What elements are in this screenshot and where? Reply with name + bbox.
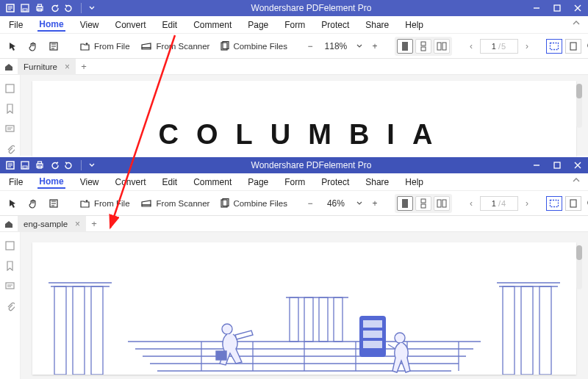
home-tab-icon[interactable] <box>0 62 18 72</box>
save-icon[interactable] <box>19 2 31 14</box>
quick-tools-dropdown-icon[interactable] <box>87 159 96 171</box>
close-tab-icon[interactable]: × <box>75 219 80 229</box>
from-scanner-button[interactable]: From Scanner <box>137 195 213 212</box>
next-page-icon[interactable]: › <box>523 198 531 209</box>
thumbnails-panel-icon[interactable] <box>4 239 16 251</box>
combine-files-button[interactable]: Combine Files <box>217 195 290 212</box>
attachments-panel-icon[interactable] <box>4 144 16 156</box>
zoom-dropdown-icon[interactable] <box>356 43 365 49</box>
menu-page[interactable]: Page <box>246 176 270 189</box>
from-file-button[interactable]: From File <box>76 37 133 55</box>
facing-page-icon[interactable] <box>434 39 450 54</box>
fit-width-icon[interactable] <box>546 39 562 54</box>
close-button[interactable] <box>567 157 588 173</box>
menubar: File Home View Convert Edit Comment Page… <box>0 173 588 191</box>
menu-home[interactable]: Home <box>37 18 65 32</box>
menu-help[interactable]: Help <box>404 176 425 189</box>
menu-view[interactable]: View <box>79 18 101 32</box>
fit-page-icon[interactable] <box>565 39 581 54</box>
zoom-in-button[interactable]: + <box>370 41 380 51</box>
print-icon[interactable] <box>34 2 46 14</box>
menu-page[interactable]: Page <box>246 18 270 32</box>
maximize-button[interactable] <box>547 0 567 16</box>
canvas[interactable] <box>21 232 588 379</box>
menu-help[interactable]: Help <box>404 18 425 32</box>
continuous-page-icon[interactable] <box>415 196 431 211</box>
hand-tool-icon[interactable] <box>25 195 41 212</box>
maximize-button[interactable] <box>547 157 567 173</box>
menu-edit[interactable]: Edit <box>161 18 179 32</box>
prev-page-icon[interactable]: ‹ <box>467 41 476 51</box>
document-tab[interactable]: eng-sample × <box>18 216 86 232</box>
menu-comment[interactable]: Comment <box>192 176 233 189</box>
print-icon[interactable] <box>34 159 46 171</box>
menu-comment[interactable]: Comment <box>192 18 233 32</box>
menu-share[interactable]: Share <box>364 176 390 189</box>
menu-file[interactable]: File <box>7 18 24 32</box>
single-page-icon[interactable] <box>397 196 413 211</box>
select-tool-icon[interactable] <box>4 37 21 55</box>
bookmarks-panel-icon[interactable] <box>4 103 16 115</box>
scrollbar[interactable] <box>576 84 582 128</box>
hand-tool-icon[interactable] <box>25 37 41 55</box>
page-field[interactable]: 1/4 <box>480 196 518 211</box>
zoom-value[interactable]: 118% <box>320 41 352 51</box>
titlebar[interactable]: Wondershare PDFelement Pro <box>0 157 588 173</box>
new-tab-button[interactable]: + <box>86 218 102 229</box>
edit-tool-icon[interactable] <box>46 37 62 55</box>
menu-home[interactable]: Home <box>37 175 65 189</box>
from-file-button[interactable]: From File <box>76 195 133 212</box>
redo-icon[interactable] <box>63 159 75 171</box>
bookmarks-panel-icon[interactable] <box>4 260 16 272</box>
zoom-dropdown-icon[interactable] <box>356 201 365 206</box>
menu-form[interactable]: Form <box>283 176 306 189</box>
continuous-page-icon[interactable] <box>415 39 431 54</box>
close-button[interactable] <box>567 0 588 16</box>
thumbnails-panel-icon[interactable] <box>4 82 16 94</box>
fit-width-icon[interactable] <box>546 196 562 211</box>
prev-page-icon[interactable]: ‹ <box>467 198 476 209</box>
facing-page-icon[interactable] <box>434 196 450 211</box>
zoom-out-button[interactable]: − <box>305 198 315 209</box>
menu-view[interactable]: View <box>79 176 101 189</box>
canvas[interactable]: COLUMBIA <box>21 75 588 156</box>
undo-icon[interactable] <box>49 2 60 14</box>
document-tab[interactable]: Furniture × <box>18 59 76 75</box>
menu-convert[interactable]: Convert <box>113 176 147 189</box>
new-tab-button[interactable]: + <box>76 61 92 72</box>
menu-convert[interactable]: Convert <box>113 18 147 32</box>
ribbon-collapse-icon[interactable] <box>572 18 581 27</box>
redo-icon[interactable] <box>63 2 75 14</box>
quick-tools-dropdown-icon[interactable] <box>87 2 96 14</box>
select-tool-icon[interactable] <box>4 195 21 212</box>
menu-protect[interactable]: Protect <box>320 176 351 189</box>
titlebar[interactable]: Wondershare PDFelement Pro <box>0 0 588 16</box>
save-icon[interactable] <box>19 159 31 171</box>
single-page-icon[interactable] <box>397 39 413 54</box>
menu-form[interactable]: Form <box>283 18 306 32</box>
zoom-in-button[interactable]: + <box>370 198 380 209</box>
close-tab-icon[interactable]: × <box>65 62 70 72</box>
fit-page-icon[interactable] <box>565 196 581 211</box>
menu-edit[interactable]: Edit <box>161 176 179 189</box>
undo-icon[interactable] <box>49 159 60 171</box>
scrollbar[interactable] <box>576 245 582 289</box>
menu-share[interactable]: Share <box>364 18 390 32</box>
zoom-value[interactable]: 46% <box>320 198 352 209</box>
svg-rect-49 <box>539 286 551 375</box>
zoom-out-button[interactable]: − <box>305 41 315 51</box>
next-page-icon[interactable]: › <box>523 41 531 51</box>
annotations-panel-icon[interactable] <box>4 281 16 292</box>
home-tab-icon[interactable] <box>0 219 18 229</box>
combine-files-button[interactable]: Combine Files <box>217 37 290 55</box>
edit-tool-icon[interactable] <box>46 195 62 212</box>
menu-protect[interactable]: Protect <box>320 18 351 32</box>
minimize-button[interactable] <box>526 157 547 173</box>
page-field[interactable]: 1/5 <box>480 39 518 54</box>
menu-file[interactable]: File <box>7 176 24 189</box>
annotations-panel-icon[interactable] <box>4 123 16 135</box>
attachments-panel-icon[interactable] <box>4 301 16 313</box>
minimize-button[interactable] <box>526 0 547 16</box>
from-scanner-button[interactable]: From Scanner <box>137 37 213 55</box>
ribbon-collapse-icon[interactable] <box>572 176 581 184</box>
